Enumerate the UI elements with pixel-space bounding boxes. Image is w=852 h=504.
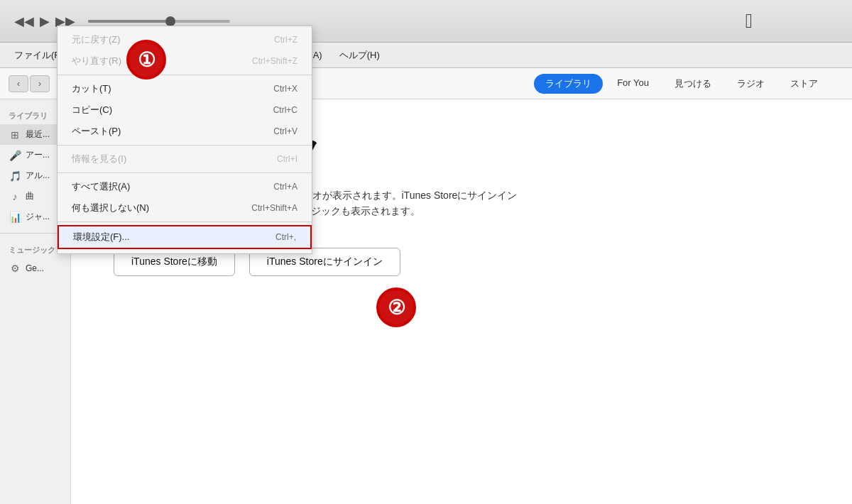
sidebar-item-label: Ge...	[26, 263, 44, 273]
progress-thumb	[165, 16, 175, 26]
prev-button[interactable]: ◀◀	[14, 13, 34, 29]
sidebar-item-label: アル...	[26, 170, 50, 182]
sidebar-item-label: ジャ...	[26, 211, 50, 223]
tab-store[interactable]: ストア	[779, 74, 829, 94]
menu-info[interactable]: 情報を見る(I) Ctrl+I	[58, 148, 312, 170]
nav-forward[interactable]: ›	[30, 75, 50, 92]
sidebar-item-label: アー...	[26, 149, 50, 161]
nav-arrows: ‹ ›	[9, 75, 50, 92]
progress-fill	[88, 20, 173, 23]
tab-radio[interactable]: ラジオ	[726, 74, 776, 94]
sidebar-item-label: 曲	[26, 190, 34, 202]
tab-discover[interactable]: 見つける	[663, 74, 723, 94]
step-1-indicator: ①	[126, 40, 166, 80]
menu-selectall[interactable]: すべて選択(A) Ctrl+A	[58, 176, 312, 197]
grid-icon: ⊞	[9, 129, 21, 141]
tab-foryou[interactable]: For You	[606, 74, 660, 94]
menu-help[interactable]: ヘルプ(H)	[331, 46, 388, 65]
menu-undo[interactable]: 元に戻す(Z) Ctrl+Z	[58, 29, 312, 50]
sidebar-item-genius[interactable]: ⚙ Ge...	[0, 258, 70, 278]
play-button[interactable]: ▶	[40, 13, 50, 29]
separator-4	[58, 221, 312, 222]
progress-bar[interactable]	[88, 20, 230, 23]
menu-preferences[interactable]: 環境設定(F)... Ctrl+,	[58, 225, 312, 249]
gear-icon: ⚙	[9, 263, 21, 274]
menu-redo[interactable]: やり直す(R) Ctrl+Shift+Z	[58, 50, 312, 72]
menu-deselect[interactable]: 何も選択しない(N) Ctrl+Shift+A	[58, 197, 312, 219]
apple-logo: 	[746, 10, 753, 33]
tab-library[interactable]: ライブラリ	[534, 74, 603, 94]
edit-dropdown: 元に戻す(Z) Ctrl+Z やり直す(R) Ctrl+Shift+Z カット(…	[57, 26, 312, 254]
step-2-indicator: ②	[376, 287, 416, 327]
separator-3	[58, 172, 312, 173]
separator-1	[58, 75, 312, 75]
menu-paste[interactable]: ペースト(P) Ctrl+V	[58, 121, 312, 142]
note-icon: ♪	[9, 191, 21, 202]
sidebar-item-label: 最近...	[26, 128, 50, 141]
album-icon: 🎵	[9, 170, 21, 182]
chart-icon: 📊	[9, 212, 21, 223]
menu-cut[interactable]: カット(T) Ctrl+X	[58, 78, 312, 99]
nav-tabs: ライブラリ For You 見つける ラジオ ストア	[534, 74, 829, 94]
menu-copy[interactable]: コピー(C) Ctrl+C	[58, 99, 312, 121]
separator-2	[58, 145, 312, 146]
nav-back[interactable]: ‹	[9, 75, 28, 92]
mic-icon: 🎤	[9, 150, 21, 161]
